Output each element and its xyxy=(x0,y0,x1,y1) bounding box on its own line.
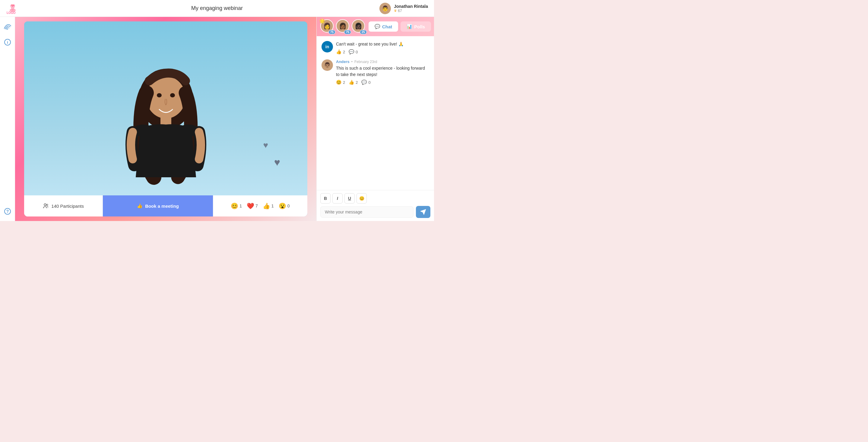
left-sidebar: i ? xyxy=(0,17,15,221)
logo-icon: LOGO xyxy=(6,2,19,15)
book-icon: 👍 xyxy=(137,203,143,209)
tab-chat[interactable]: 💬 Chat xyxy=(369,22,398,32)
emoji-button[interactable]: 😊 xyxy=(356,193,367,203)
book-meeting-label: Book a meeting xyxy=(145,203,179,209)
msg-content-2: Anders • February 23rd This is such a co… xyxy=(336,59,429,85)
user-area: 👨 Jonathan Rintala ♛ 67 xyxy=(379,3,428,14)
polls-icon: 📊 xyxy=(407,24,412,29)
msg-reactions-2: 😊 2 👍 2 💬 0 xyxy=(336,80,429,85)
msg-smile-count-2: 2 xyxy=(343,80,345,85)
avatar-group: 🌟 👩 75 👩🏾 75 👩🏿 25 xyxy=(320,19,366,34)
svg-point-15 xyxy=(170,93,175,97)
avatar-count-2: 75 xyxy=(344,30,351,34)
help-icon[interactable]: ? xyxy=(3,207,12,216)
video-bottom-bar: 140 Participants 👍 Book a meeting 😊 1 ❤️… xyxy=(24,195,307,217)
bold-button[interactable]: B xyxy=(320,193,331,203)
svg-text:i: i xyxy=(7,40,8,44)
reaction-smile: 😊 1 xyxy=(231,202,242,210)
participants-button[interactable]: 140 Participants xyxy=(24,195,103,217)
chat-input-area: B I U 😊 xyxy=(317,190,434,221)
tab-polls[interactable]: 📊 Polls xyxy=(401,22,431,32)
participants-icon xyxy=(43,203,49,209)
msg-reaction-comment-2: 💬 0 xyxy=(361,80,370,85)
chat-input-row xyxy=(320,206,430,218)
avatar-badge-2: 👩🏾 75 xyxy=(336,19,350,34)
msg-thumbs-count-1: 2 xyxy=(343,50,345,54)
avatar: 👨 xyxy=(379,3,391,14)
reactions-bar: 😊 1 ❤️ 7 👍 1 😮 0 xyxy=(213,195,307,217)
reaction-heart: ❤️ 7 xyxy=(247,202,258,210)
right-panel: 🌟 👩 75 👩🏾 75 👩🏿 25 💬 Chat xyxy=(316,17,434,221)
msg-reaction-smile-2: 😊 2 xyxy=(336,80,345,85)
msg-text-1: Can't wait - great to see you live! 🙏 xyxy=(336,41,429,48)
chat-bubble-icon: 💬 xyxy=(375,24,380,29)
svg-text:LOGO: LOGO xyxy=(7,11,16,14)
msg-date-2: • xyxy=(351,60,352,64)
header: LOGO My engaging webinar 👨 Jonathan Rint… xyxy=(0,0,434,17)
tab-polls-label: Polls xyxy=(414,24,425,29)
crown-icon: ♛ xyxy=(394,9,397,13)
reaction-smile-count: 1 xyxy=(240,203,242,208)
svg-text:?: ? xyxy=(6,209,9,214)
book-meeting-button[interactable]: 👍 Book a meeting xyxy=(103,195,213,217)
avatar-count-3: 25 xyxy=(360,30,367,34)
reaction-wow-count: 0 xyxy=(287,203,290,208)
video-area: ♥ ♥ 140 Participants 👍 Book a meeting xyxy=(15,17,316,221)
tab-buttons: 💬 Chat 📊 Polls xyxy=(369,22,431,32)
panel-top: 🌟 👩 75 👩🏾 75 👩🏿 25 💬 Chat xyxy=(317,17,434,36)
svg-point-7 xyxy=(7,29,8,30)
chat-message-2: 👨🏽 Anders • February 23rd This is such a… xyxy=(321,59,429,85)
reaction-wow: 😮 0 xyxy=(279,202,290,210)
msg-comment-count-2: 0 xyxy=(368,80,370,85)
chat-message-1: in Can't wait - great to see you live! 🙏… xyxy=(321,41,429,55)
msg-reaction-comment-1: 💬 0 xyxy=(349,49,358,55)
chat-toolbar: B I U 😊 xyxy=(320,193,430,203)
msg-avatar-anders: 👨🏽 xyxy=(321,59,333,71)
logo-area: LOGO xyxy=(6,2,19,15)
msg-reactions-1: 👍 2 💬 0 xyxy=(336,49,429,55)
user-score: ♛ 67 xyxy=(394,9,402,13)
svg-point-19 xyxy=(44,204,46,206)
reaction-thumbs: 👍 1 xyxy=(263,202,274,210)
svg-point-14 xyxy=(157,93,162,97)
reaction-thumbs-count: 1 xyxy=(272,203,274,208)
msg-date-text-2: February 23rd xyxy=(354,60,377,64)
avatar-badge-3: 👩🏿 25 xyxy=(352,19,366,34)
tab-chat-label: Chat xyxy=(382,24,392,29)
presenter-figure xyxy=(91,51,241,195)
msg-thumbs-count-2: 2 xyxy=(355,80,358,85)
send-icon xyxy=(420,209,426,215)
participants-label: 140 Participants xyxy=(51,203,84,209)
msg-reaction-thumbs-2: 👍 2 xyxy=(349,80,358,85)
msg-content-1: Can't wait - great to see you live! 🙏 👍 … xyxy=(336,41,429,55)
chat-input[interactable] xyxy=(320,206,413,218)
msg-text-2: This is such a cool experience - looking… xyxy=(336,65,429,78)
avatar-badge-1: 🌟 👩 75 xyxy=(320,19,335,34)
reaction-heart-count: 7 xyxy=(255,203,258,208)
msg-author-2: Anders xyxy=(336,59,349,64)
video-frame: ♥ ♥ 140 Participants 👍 Book a meeting xyxy=(24,22,307,217)
signal-icon[interactable] xyxy=(3,22,12,31)
svg-point-20 xyxy=(46,204,48,206)
underline-button[interactable]: U xyxy=(344,193,355,203)
msg-avatar-linkedin: in xyxy=(321,41,333,53)
page-title: My engaging webinar xyxy=(191,5,243,11)
msg-header-2: Anders • February 23rd xyxy=(336,59,429,64)
info-icon[interactable]: i xyxy=(3,37,12,47)
send-button[interactable] xyxy=(416,206,430,218)
chat-area: in Can't wait - great to see you live! 🙏… xyxy=(317,36,434,190)
italic-button[interactable]: I xyxy=(332,193,343,203)
user-info: Jonathan Rintala ♛ 67 xyxy=(394,4,428,13)
avatar-count-1: 75 xyxy=(329,30,335,34)
user-name: Jonathan Rintala xyxy=(394,4,428,9)
msg-comment-count-1: 0 xyxy=(355,50,358,54)
msg-reaction-thumbs-1: 👍 2 xyxy=(336,49,345,55)
main-layout: i ? xyxy=(0,17,434,221)
